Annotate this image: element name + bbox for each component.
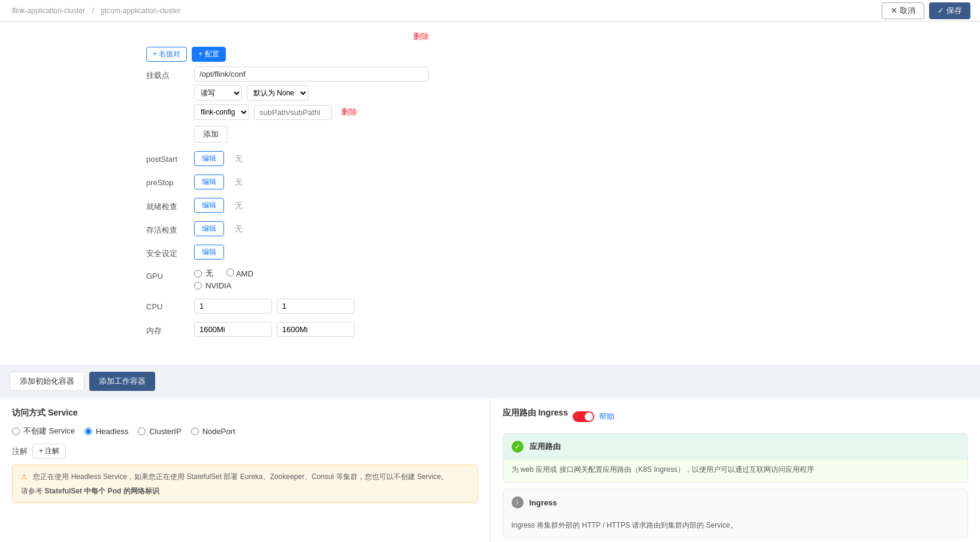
- topbar-actions: ✕ 取消 ✓ 保存: [882, 2, 970, 19]
- breadcrumb-part2: gtcom-application-cluster: [101, 7, 180, 15]
- prestop-row: preStop 编辑 无: [146, 174, 429, 189]
- gpu-nvidia-label: NVIDIA: [205, 281, 231, 290]
- annotation-label: 注解: [12, 446, 28, 457]
- add-annotation-button[interactable]: + 注解: [32, 444, 66, 459]
- service-type-row: 不创建 Service Headless ClusterIP NodePort: [12, 426, 478, 436]
- readiness-row: 就绪检查 编辑 无: [146, 198, 429, 213]
- ingress-card-title: Ingress: [530, 498, 557, 507]
- add-init-container-button[interactable]: 添加初始化容器: [10, 372, 84, 391]
- delete-subpath-button[interactable]: 删除: [341, 107, 357, 118]
- clusterip-label: ClusterIP: [149, 427, 181, 436]
- service-panel-title: 访问方式 Service: [12, 408, 478, 418]
- memory-label: 内存: [146, 322, 194, 336]
- gpu-none-radio[interactable]: [194, 270, 202, 278]
- container-form-panel: 删除 + 名值对 + 配置 挂载点 读写 默认为 None: [0, 22, 980, 365]
- service-panel: 访问方式 Service 不创建 Service Headless Cluste…: [0, 398, 491, 542]
- prestop-value: 无: [235, 177, 243, 188]
- security-label: 安全设定: [146, 245, 194, 259]
- subpath-input[interactable]: [254, 105, 332, 120]
- warning-box: ⚠ 您正在使用 Headless Service，如果您正在使用 Statefu…: [12, 465, 478, 503]
- security-edit-button[interactable]: 编辑: [194, 245, 224, 260]
- save-button[interactable]: ✓ 保存: [929, 2, 970, 19]
- app-route-card-body: 为 web 应用或 接口网关配置应用路由（K8S Ingress），以便用户可以…: [503, 460, 968, 482]
- cpu-row: CPU: [146, 299, 429, 314]
- app-route-card-header: ✓ 应用路由: [503, 433, 968, 460]
- topbar: flink-application-cluster / gtcom-applic…: [0, 0, 980, 22]
- add-name-value-button[interactable]: + 名值对: [146, 47, 187, 62]
- headless-label: Headless: [96, 427, 128, 436]
- security-row: 安全设定 编辑: [146, 245, 429, 260]
- no-service-option[interactable]: 不创建 Service: [12, 426, 75, 436]
- cpu-inputs: [194, 299, 429, 314]
- read-write-select[interactable]: 读写: [194, 85, 242, 101]
- readiness-value: 无: [235, 200, 243, 211]
- app-route-card: ✓ 应用路由 为 web 应用或 接口网关配置应用路由（K8S Ingress）…: [503, 433, 969, 483]
- mount-point-content: 读写 默认为 None flink-config 删除: [194, 67, 429, 143]
- clusterip-radio[interactable]: [138, 427, 146, 435]
- no-service-radio[interactable]: [12, 427, 20, 435]
- ingress-card: i Ingress Ingress 将集群外部的 HTTP / HTTPS 请求…: [503, 489, 969, 538]
- subpath-row: flink-config 删除: [194, 104, 429, 120]
- info-icon: i: [512, 496, 524, 508]
- memory-inputs: [194, 322, 429, 337]
- prestop-edit-button[interactable]: 编辑: [194, 174, 224, 189]
- bottom-buttons: 添加初始化容器 添加工作容器: [0, 365, 980, 398]
- gpu-amd-label: AMD: [236, 269, 253, 278]
- gpu-nvidia-radio[interactable]: [194, 282, 202, 290]
- cancel-button[interactable]: ✕ 取消: [882, 2, 924, 19]
- nodeport-label: NodePort: [202, 427, 235, 436]
- ingress-card-body: Ingress 将集群外部的 HTTP / HTTPS 请求路由到集群内部的 S…: [503, 516, 968, 538]
- clusterip-option[interactable]: ClusterIP: [138, 427, 181, 436]
- cpu-input1[interactable]: [194, 299, 272, 314]
- warning-content: ⚠ 您正在使用 Headless Service，如果您正在使用 Statefu…: [21, 471, 469, 483]
- mount-point-label: 挂载点: [146, 67, 194, 81]
- readiness-label: 就绪检查: [146, 198, 194, 212]
- check-icon: ✓: [512, 441, 524, 453]
- warning-text: 您正在使用 Headless Service，如果您正在使用 StatefulS…: [33, 472, 448, 481]
- gpu-row: GPU 无 AMD NVIDIA: [146, 268, 429, 290]
- ingress-help-link[interactable]: 帮助: [599, 411, 615, 422]
- memory-input1[interactable]: [194, 322, 272, 337]
- form-body: 删除 + 名值对 + 配置 挂载点 读写 默认为 None: [132, 22, 443, 355]
- no-service-label: 不创建 Service: [23, 426, 75, 436]
- gpu-options: 无 AMD NVIDIA: [194, 268, 429, 290]
- flink-config-select[interactable]: flink-config: [194, 104, 249, 120]
- mount-point-row: 挂载点 读写 默认为 None flink-config: [146, 67, 429, 143]
- cpu-input2[interactable]: [277, 299, 355, 314]
- poststart-label: postStart: [146, 151, 194, 164]
- check-icon: ✓: [937, 6, 944, 15]
- mount-point-input[interactable]: [194, 67, 429, 82]
- ingress-card-header: i Ingress: [503, 489, 968, 516]
- warning-icon: ⚠: [21, 472, 28, 481]
- mount-select-row: 读写 默认为 None: [194, 85, 429, 101]
- ingress-title-row: 应用路由 Ingress 帮助: [503, 408, 969, 426]
- ingress-toggle[interactable]: [573, 411, 594, 422]
- gpu-none-option: 无 AMD: [194, 268, 429, 279]
- memory-input2[interactable]: [277, 322, 355, 337]
- gpu-nvidia-option: NVIDIA: [194, 281, 429, 290]
- add-mount-button[interactable]: 添加: [194, 126, 228, 143]
- breadcrumb-part1: flink-application-cluster: [12, 7, 85, 15]
- gpu-amd-radio[interactable]: [226, 269, 234, 276]
- liveness-value: 无: [235, 224, 243, 234]
- poststart-edit-button[interactable]: 编辑: [194, 151, 224, 166]
- headless-option[interactable]: Headless: [84, 427, 128, 436]
- default-none-select[interactable]: 默认为 None: [247, 85, 308, 101]
- prestop-label: preStop: [146, 174, 194, 187]
- add-config-button[interactable]: + 配置: [192, 47, 225, 62]
- poststart-value: 无: [235, 153, 243, 164]
- nodeport-radio[interactable]: [191, 427, 199, 435]
- cpu-label: CPU: [146, 299, 194, 311]
- poststart-row: postStart 编辑 无: [146, 151, 429, 166]
- readiness-edit-button[interactable]: 编辑: [194, 198, 224, 213]
- delete-top-button[interactable]: 删除: [413, 31, 429, 42]
- warning-hint: 请参考 StatefulSet 中每个 Pod 的网络标识: [21, 486, 469, 496]
- liveness-row: 存活检查 编辑 无: [146, 221, 429, 236]
- gpu-amd-label-inline: AMD: [226, 269, 253, 278]
- breadcrumb: flink-application-cluster / gtcom-applic…: [10, 7, 183, 15]
- liveness-edit-button[interactable]: 编辑: [194, 221, 224, 236]
- headless-radio[interactable]: [84, 427, 92, 435]
- nodeport-option[interactable]: NodePort: [191, 427, 235, 436]
- app-route-card-title: 应用路由: [530, 441, 561, 452]
- add-worker-container-button[interactable]: 添加工作容器: [89, 372, 155, 391]
